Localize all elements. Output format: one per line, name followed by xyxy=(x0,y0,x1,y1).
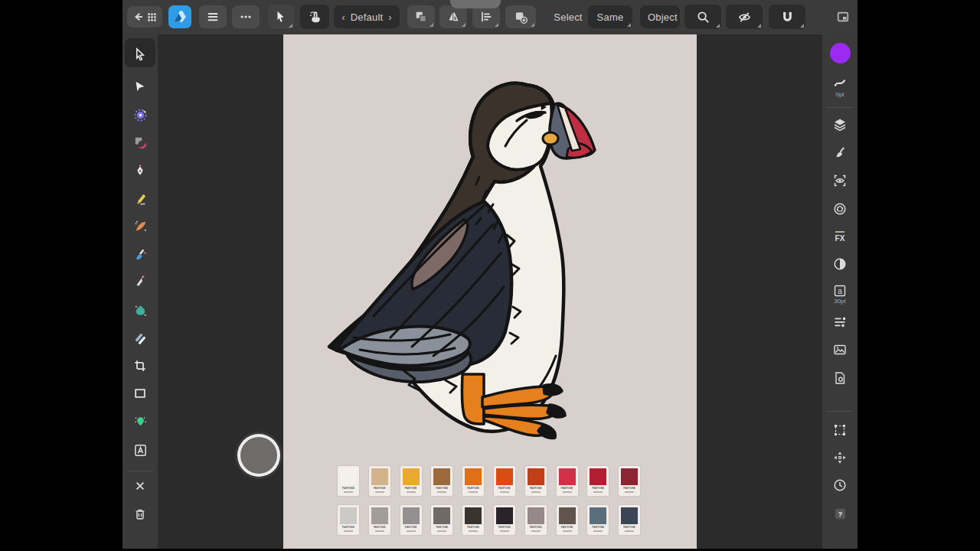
view-mode-button[interactable] xyxy=(726,5,763,29)
pantone-chip xyxy=(590,468,606,485)
pantone-brand-label: PANTONE xyxy=(530,487,542,491)
flood-fill-tool-icon xyxy=(133,414,148,429)
tool-rectangle[interactable] xyxy=(126,383,154,403)
pantone-chip xyxy=(465,507,482,524)
zoom-button[interactable] xyxy=(684,5,721,29)
pantone-chip xyxy=(340,468,357,485)
panel-navigator[interactable] xyxy=(826,448,854,468)
canvas-artboard[interactable]: PANTONEPANTONEPANTONEPANTONEPANTONEPANTO… xyxy=(283,34,697,549)
panel-paragraph[interactable] xyxy=(826,312,854,332)
pantone-chip xyxy=(465,468,482,485)
pantone-chip xyxy=(371,507,388,524)
touch-joystick-control[interactable] xyxy=(237,434,280,477)
tool-corner[interactable] xyxy=(126,105,154,125)
pantone-name-bar xyxy=(469,530,478,532)
pantone-chip xyxy=(559,468,576,485)
eye-off-icon xyxy=(737,10,752,24)
tool-transparency[interactable] xyxy=(126,328,154,347)
pantone-brand-label: PANTONE xyxy=(374,487,386,491)
pantone-name-bar xyxy=(407,530,416,532)
text-tool-icon xyxy=(133,443,148,458)
panel-document[interactable] xyxy=(826,368,854,388)
pantone-brand-label: PANTONE xyxy=(498,526,511,530)
tool-flood-fill[interactable] xyxy=(126,411,154,431)
panel-stock[interactable] xyxy=(826,340,854,360)
tool-fill-gradient[interactable] xyxy=(126,300,154,320)
tool-knife[interactable] xyxy=(126,272,154,292)
tool-pencil[interactable] xyxy=(126,188,154,208)
pantone-card: PANTONE xyxy=(587,466,609,496)
fullscreen-button[interactable] xyxy=(833,7,853,27)
pantone-name-bar xyxy=(407,491,416,493)
preset-selector[interactable]: ‹ Default › xyxy=(334,5,400,28)
move-tool-button[interactable] xyxy=(268,5,294,29)
chevron-left-icon: ‹ xyxy=(341,11,345,23)
close-button[interactable] xyxy=(126,476,154,496)
affinity-designer-logo[interactable] xyxy=(168,5,191,28)
fill-color-well[interactable] xyxy=(826,42,854,64)
panel-effects[interactable]: FX xyxy=(826,227,854,246)
pantone-name-bar xyxy=(375,530,384,532)
tool-vector-brush[interactable] xyxy=(126,216,154,236)
home-back-button[interactable] xyxy=(127,6,162,28)
tool-pointer[interactable] xyxy=(126,44,154,64)
tool-contour[interactable] xyxy=(126,132,154,152)
panel-symbols[interactable] xyxy=(826,199,854,219)
adjustments-icon xyxy=(832,256,848,272)
pull-tab-handle[interactable] xyxy=(450,0,501,8)
paint-brush-tool-icon xyxy=(133,248,148,262)
panel-brushes[interactable] xyxy=(826,142,854,162)
stroke-width-label: 0pt xyxy=(822,91,858,98)
panel-adjustments[interactable] xyxy=(826,254,854,274)
svg-text:?: ? xyxy=(838,510,842,518)
tool-crop[interactable] xyxy=(126,356,154,376)
panel-help[interactable]: ? xyxy=(826,504,854,523)
snapping-button[interactable] xyxy=(769,5,805,29)
pantone-name-bar xyxy=(625,530,634,532)
boolean-ops-button[interactable] xyxy=(407,5,435,28)
app-logo-icon xyxy=(172,8,188,25)
select-same-button[interactable]: Same xyxy=(588,5,632,28)
more-button[interactable] xyxy=(232,5,260,28)
pantone-card: PANTONE xyxy=(619,505,640,535)
symbols-icon xyxy=(832,201,848,217)
pantone-brand-label: PANTONE xyxy=(498,487,511,491)
pantone-brand-label: PANTONE xyxy=(405,487,417,491)
select-object-button[interactable]: Object xyxy=(640,5,680,28)
vector-brush-tool-icon xyxy=(133,219,148,233)
navigator-arrows-icon xyxy=(832,450,848,465)
select-assistant-button[interactable] xyxy=(300,5,329,29)
panel-layers[interactable] xyxy=(826,115,854,135)
align-button[interactable] xyxy=(472,5,500,28)
tool-paint-brush[interactable] xyxy=(126,245,154,265)
knife-tool-icon xyxy=(133,275,147,289)
flip-button[interactable] xyxy=(439,5,467,28)
pantone-card: PANTONE xyxy=(369,466,390,496)
pantone-chip xyxy=(340,507,357,524)
menu-button[interactable] xyxy=(199,5,227,28)
pantone-chip xyxy=(559,507,576,524)
stroke-panel-button[interactable] xyxy=(826,73,854,93)
tool-node[interactable] xyxy=(126,77,154,96)
insert-shape-button[interactable] xyxy=(505,5,536,28)
tool-pen[interactable] xyxy=(126,161,154,181)
delete-button[interactable] xyxy=(126,504,154,524)
pantone-chip xyxy=(433,507,450,524)
pencil-tool-icon xyxy=(133,191,148,206)
pantone-chip xyxy=(403,507,420,524)
rail-divider xyxy=(827,411,853,412)
right-panel-rail: 0pt FX a 30pt xyxy=(822,34,858,549)
fill-gradient-tool-icon xyxy=(133,303,148,318)
panel-pixel-preview[interactable] xyxy=(826,171,854,191)
screen: PANTONEPANTONEPANTONEPANTONEPANTONEPANTO… xyxy=(0,0,980,551)
pantone-chip xyxy=(496,507,513,524)
panel-transform[interactable] xyxy=(826,420,854,440)
pantone-name-bar xyxy=(344,530,353,532)
hamburger-icon xyxy=(206,10,220,24)
pantone-brand-label: PANTONE xyxy=(436,526,448,530)
pantone-brand-label: PANTONE xyxy=(561,526,573,530)
panel-history[interactable] xyxy=(826,475,854,495)
pantone-name-bar xyxy=(531,491,541,493)
transparency-tool-icon xyxy=(133,331,148,345)
tool-text[interactable] xyxy=(126,440,154,460)
